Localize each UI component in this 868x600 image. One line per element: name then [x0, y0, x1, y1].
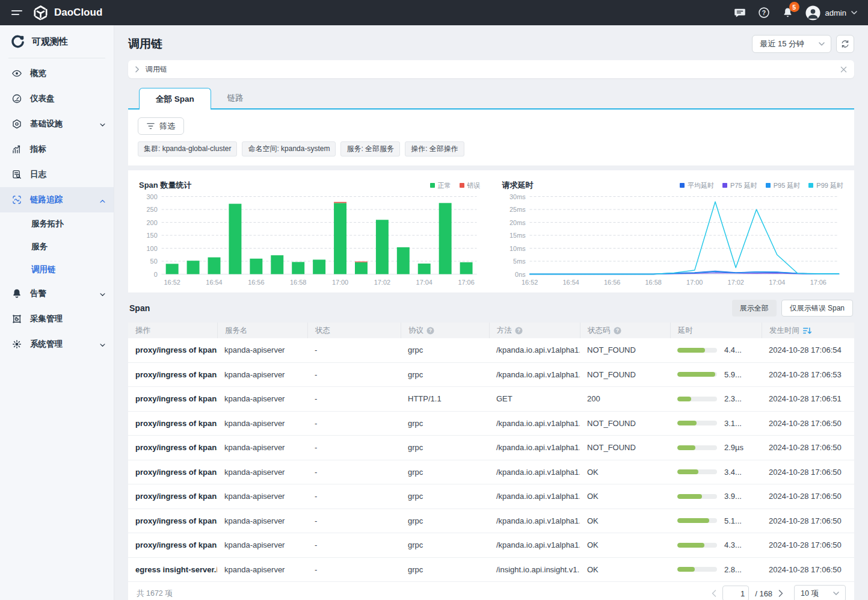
sidebar-item-system[interactable]: 系统管理 — [0, 332, 114, 357]
sidebar-item-overview[interactable]: 概览 — [0, 61, 114, 86]
cell-protocol: HTTP/1.1 — [401, 394, 489, 403]
cell-time: 2024-10-28 17:06:54 — [762, 345, 854, 354]
help-circle-icon[interactable]: ? — [515, 327, 523, 335]
column-header: 服务名 — [217, 323, 307, 338]
cell-protocol: grpc — [401, 443, 489, 452]
hamburger-menu-icon[interactable] — [11, 8, 23, 17]
span-count-plot: 05010015020025030016:5216:5416:5616:5817… — [139, 191, 481, 291]
trend-chart-icon — [11, 144, 22, 155]
span-count-legend: 正常错误 — [430, 181, 481, 190]
sidebar-item-traces[interactable]: 调用链 — [0, 258, 114, 281]
legend-item[interactable]: 正常 — [430, 181, 451, 190]
filter-chip[interactable]: 集群: kpanda-global-cluster — [138, 141, 237, 156]
help-icon[interactable]: ? — [758, 7, 770, 19]
svg-text:30ms: 30ms — [509, 193, 526, 200]
user-menu[interactable]: admin — [805, 5, 857, 20]
show-all-button[interactable]: 展示全部 — [732, 300, 777, 317]
sidebar-item-tracing[interactable]: 链路追踪 — [0, 187, 114, 212]
sidebar-item-topology[interactable]: 服务拓扑 — [0, 212, 114, 235]
legend-item[interactable]: P95 延时 — [766, 181, 801, 190]
latency-value: 4.3... — [724, 540, 742, 549]
sidebar-item-alerts[interactable]: 告警 — [0, 281, 114, 306]
help-circle-icon[interactable]: ? — [426, 327, 434, 335]
cell-operation: proxy/ingress of kpan... — [128, 443, 217, 452]
cell-method: /kpanda.io.api.v1alpha1... — [489, 540, 580, 549]
sidebar-item-metrics[interactable]: 指标 — [0, 137, 114, 162]
table-row[interactable]: proxy/ingress of kpan...kpanda-apiserver… — [128, 436, 854, 460]
svg-text:?: ? — [762, 10, 765, 16]
span-table-body: proxy/ingress of kpan...kpanda-apiserver… — [128, 338, 854, 582]
cell-operation: proxy/ingress of kpan... — [128, 419, 217, 428]
filter-button[interactable]: 筛选 — [138, 117, 184, 135]
filter-chip[interactable]: 命名空间: kpanda-system — [242, 141, 336, 156]
svg-text:?: ? — [517, 327, 520, 333]
table-row[interactable]: proxy/ingress of kpan...kpanda-apiserver… — [128, 460, 854, 485]
cell-latency: 3.1... — [670, 419, 762, 428]
cell-latency: 3.9... — [670, 492, 762, 501]
chat-icon[interactable] — [734, 7, 746, 19]
cell-protocol: grpc — [401, 468, 489, 477]
column-header[interactable]: 发生时间 — [762, 323, 854, 338]
latency-bar-track — [677, 567, 717, 572]
column-header: 状态 — [307, 323, 401, 338]
cell-status-code: OK — [580, 492, 670, 501]
gear-icon — [11, 339, 22, 350]
page-number-input[interactable] — [722, 586, 749, 600]
sidebar-item-label: 仪表盘 — [30, 93, 55, 104]
sidebar-item-collection[interactable]: 采集管理 — [0, 306, 114, 332]
cell-status: - — [307, 345, 401, 354]
sidebar-product-header[interactable]: 可观测性 — [0, 25, 114, 58]
table-row[interactable]: proxy/ingress of kpan...kpanda-apiserver… — [128, 533, 854, 558]
breadcrumb-item[interactable]: 调用链 — [146, 64, 167, 75]
legend-item[interactable]: 错误 — [460, 181, 481, 190]
legend-item[interactable]: P75 延时 — [722, 181, 757, 190]
legend-item[interactable]: P99 延时 — [808, 181, 843, 190]
sidebar-item-infrastructure[interactable]: 基础设施 — [0, 111, 114, 137]
filter-chip[interactable]: 服务: 全部服务 — [340, 141, 400, 156]
latency-bar-track — [677, 469, 717, 474]
svg-text:10ms: 10ms — [509, 245, 526, 252]
sidebar-item-services[interactable]: 服务 — [0, 235, 114, 258]
sort-descending-icon[interactable] — [802, 327, 811, 335]
cell-time: 2024-10-28 17:06:50 — [762, 516, 854, 525]
svg-text:20ms: 20ms — [509, 219, 526, 226]
table-row[interactable]: proxy/ingress of kpan...kpanda-apiserver… — [128, 484, 854, 509]
time-range-select[interactable]: 最近 15 分钟 — [752, 35, 831, 53]
table-row[interactable]: proxy/ingress of kpan...kpanda-apiserver… — [128, 509, 854, 534]
show-errors-only-button[interactable]: 仅展示错误 Span — [781, 300, 853, 317]
legend-item[interactable]: 平均延时 — [680, 181, 714, 190]
notifications-bell-icon[interactable]: 5 — [782, 7, 793, 19]
brand-logo[interactable]: DaoCloud — [32, 5, 102, 21]
next-page-icon[interactable] — [778, 590, 783, 597]
svg-text:16:56: 16:56 — [248, 279, 264, 286]
latency-value: 3.1... — [724, 419, 742, 428]
latency-bar-track — [677, 372, 717, 377]
cell-status-code: NOT_FOUND — [580, 370, 670, 379]
chevron-right-icon — [135, 66, 140, 73]
table-row[interactable]: egress insight-server.i...kpanda-apiserv… — [128, 558, 854, 583]
table-row[interactable]: proxy/ingress of kpan...kpanda-apiserver… — [128, 363, 854, 388]
table-row[interactable]: proxy/ingress of kpan...kpanda-apiserver… — [128, 387, 854, 412]
svg-text:?: ? — [615, 327, 618, 333]
refresh-button[interactable] — [836, 35, 854, 53]
cell-service: kpanda-apiserver — [217, 540, 307, 549]
filter-icon — [147, 123, 155, 129]
sidebar-item-logs[interactable]: 日志 — [0, 162, 114, 187]
cell-latency: 4.4... — [670, 345, 762, 354]
cell-protocol: grpc — [401, 370, 489, 379]
table-row[interactable]: proxy/ingress of kpan...kpanda-apiserver… — [128, 338, 854, 363]
cell-operation: proxy/ingress of kpan... — [128, 516, 217, 525]
tab-all-span[interactable]: 全部 Span — [139, 88, 211, 110]
prev-page-icon[interactable] — [712, 590, 716, 597]
page-size-select[interactable]: 10 项 — [794, 585, 846, 600]
cell-latency: 4.3... — [670, 540, 762, 549]
sidebar-item-dashboard[interactable]: 仪表盘 — [0, 86, 114, 111]
filter-chip[interactable]: 操作: 全部操作 — [405, 141, 464, 156]
cell-protocol: grpc — [401, 516, 489, 525]
tab-trace[interactable]: 链路 — [211, 88, 260, 108]
svg-text:17:04: 17:04 — [416, 279, 432, 286]
table-row[interactable]: proxy/ingress of kpan...kpanda-apiserver… — [128, 412, 854, 436]
cell-status-code: NOT_FOUND — [580, 345, 670, 354]
close-icon[interactable] — [840, 66, 847, 73]
help-circle-icon[interactable]: ? — [614, 327, 621, 335]
